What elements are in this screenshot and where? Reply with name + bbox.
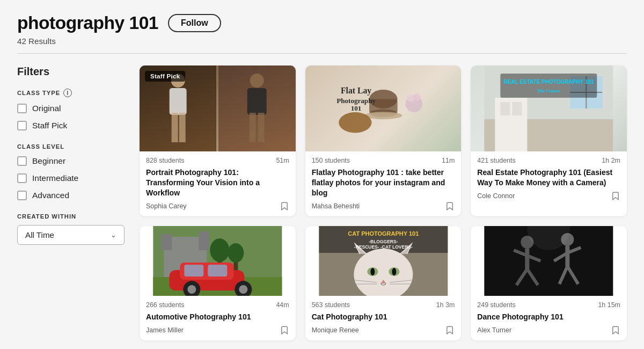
card-3: REAL ESTATE PHOTOGRAPHY 101 The Course 4… — [471, 66, 627, 216]
svg-point-12 — [339, 112, 371, 133]
card-6-author: Alex Turner — [477, 326, 511, 334]
original-checkbox[interactable] — [17, 104, 27, 113]
card-3-students: 421 students — [477, 157, 515, 164]
card-6-body: Dance Photography 101 Alex Turner — [471, 311, 627, 340]
original-label: Original — [32, 104, 61, 113]
intermediate-checkbox-item[interactable]: Intermediate — [17, 173, 125, 183]
intermediate-label: Intermediate — [32, 173, 78, 183]
beginner-checkbox[interactable] — [17, 156, 27, 166]
card-5-author: Monique Renee — [312, 326, 359, 334]
card-1-author: Sophia Carey — [146, 202, 187, 210]
card-3-meta: 421 students 1h 2m — [471, 151, 627, 166]
card-5: CAT PHOTOGRAPHY 101 -BLOGGERS- -RESCUES-… — [305, 226, 462, 340]
card-1-title: Portrait Photography 101: Transforming Y… — [146, 168, 289, 198]
svg-text:-RESCUES- -CAT LOVERS-: -RESCUES- -CAT LOVERS- — [354, 244, 413, 250]
svg-rect-34 — [199, 231, 209, 250]
card-2: Flat Lay Photography 101 150 students 11… — [305, 66, 462, 216]
card-4-thumbnail — [140, 226, 296, 296]
card-6-author-row: Alex Turner — [477, 325, 620, 335]
svg-rect-5 — [247, 88, 267, 115]
svg-point-14 — [407, 94, 414, 102]
bookmark-icon-2[interactable] — [445, 201, 455, 211]
card-1-author-row: Sophia Carey — [146, 201, 289, 211]
card-1-body: Portrait Photography 101: Transforming Y… — [140, 166, 296, 216]
card-5-duration: 1h 3m — [436, 301, 455, 309]
created-within-dropdown[interactable]: All Time ⌄ — [17, 225, 125, 245]
bookmark-icon-5[interactable] — [445, 325, 455, 335]
advanced-checkbox[interactable] — [17, 191, 27, 200]
section-divider — [17, 53, 627, 54]
svg-rect-1 — [170, 88, 187, 115]
beginner-checkbox-item[interactable]: Beginner — [17, 156, 125, 166]
card-6: 249 students 1h 15m Dance Photography 10… — [471, 226, 627, 340]
card-6-students: 249 students — [477, 301, 515, 309]
staff-pick-label: Staff Pick — [32, 121, 67, 130]
class-type-filter: CLASS TYPE i Original Staff Pick — [17, 89, 125, 130]
svg-point-38 — [228, 243, 244, 263]
card-4-duration: 44m — [276, 301, 289, 309]
bookmark-icon-3[interactable] — [611, 191, 620, 201]
card-4-title: Automotive Photography 101 — [146, 312, 289, 322]
intermediate-checkbox[interactable] — [17, 173, 27, 183]
bookmark-icon-6[interactable] — [611, 325, 620, 335]
header: photography 101 Follow — [17, 13, 627, 33]
svg-rect-23 — [501, 102, 510, 115]
card-2-thumbnail: Flat Lay Photography 101 — [305, 66, 462, 151]
svg-text:REAL ESTATE PHOTOGRAPHY 101: REAL ESTATE PHOTOGRAPHY 101 — [504, 79, 594, 85]
card-2-meta: 150 students 11m — [305, 151, 462, 166]
class-type-info-icon[interactable]: i — [63, 89, 72, 97]
card-5-body: Cat Photography 101 Monique Renee — [305, 311, 462, 340]
svg-text:Photography: Photography — [336, 97, 376, 105]
svg-point-57 — [370, 268, 375, 275]
class-level-label: CLASS LEVEL — [17, 143, 125, 150]
svg-text:101: 101 — [350, 104, 361, 112]
svg-text:The Course: The Course — [537, 88, 560, 93]
svg-point-11 — [364, 112, 402, 119]
staff-pick-checkbox-item[interactable]: Staff Pick — [17, 121, 125, 130]
svg-point-4 — [250, 74, 264, 88]
sidebar: Filters CLASS TYPE i Original Staff Pick — [17, 66, 125, 340]
card-1-duration: 51m — [276, 157, 289, 164]
card-2-body: Flatlay Photography 101 : take better fl… — [305, 166, 462, 216]
bookmark-icon-1[interactable] — [280, 201, 289, 211]
svg-rect-24 — [513, 102, 522, 115]
dropdown-value: All Time — [25, 230, 54, 239]
card-4-body: Automotive Photography 101 James Miller — [140, 311, 296, 340]
card-4-author: James Miller — [146, 326, 184, 334]
card-2-author: Mahsa Beheshti — [312, 202, 360, 210]
svg-rect-33 — [161, 234, 172, 250]
svg-point-47 — [239, 285, 247, 294]
card-1-thumbnail: Staff Pick — [140, 66, 296, 151]
follow-button[interactable]: Follow — [168, 14, 221, 32]
card-3-duration: 1h 2m — [602, 157, 620, 164]
svg-point-36 — [210, 238, 229, 262]
card-1-students: 828 students — [146, 157, 184, 164]
card-3-body: Real Estate Photography 101 (Easiest Way… — [471, 166, 627, 206]
svg-rect-7 — [258, 113, 265, 142]
beginner-label: Beginner — [32, 156, 65, 166]
svg-rect-43 — [208, 265, 227, 277]
portrait-right — [218, 66, 295, 151]
card-3-thumbnail: REAL ESTATE PHOTOGRAPHY 101 The Course — [471, 66, 627, 151]
class-type-label: CLASS TYPE i — [17, 89, 125, 97]
advanced-checkbox-item[interactable]: Advanced — [17, 191, 125, 200]
card-4-students: 266 students — [146, 301, 184, 309]
sidebar-title: Filters — [17, 66, 125, 78]
card-6-thumbnail — [471, 226, 627, 296]
page-wrapper: photography 101 Follow 42 Results Filter… — [0, 0, 644, 349]
card-2-students: 150 students — [312, 157, 350, 164]
svg-rect-2 — [172, 113, 178, 142]
card-4-author-row: James Miller — [146, 325, 289, 335]
svg-point-45 — [187, 285, 196, 294]
created-within-label: CREATED WITHIN — [17, 213, 125, 220]
cards-grid: Staff Pick 828 students 51m Portrait Pho… — [140, 66, 627, 340]
card-5-author-row: Monique Renee — [312, 325, 455, 335]
svg-rect-28 — [501, 74, 597, 98]
staff-pick-checkbox[interactable] — [17, 121, 27, 130]
svg-rect-22 — [495, 98, 528, 151]
card-3-author: Cole Connor — [477, 192, 515, 200]
original-checkbox-item[interactable]: Original — [17, 104, 125, 113]
bookmark-icon-4[interactable] — [280, 325, 289, 335]
card-3-author-row: Cole Connor — [477, 191, 620, 201]
card-5-students: 563 students — [312, 301, 350, 309]
